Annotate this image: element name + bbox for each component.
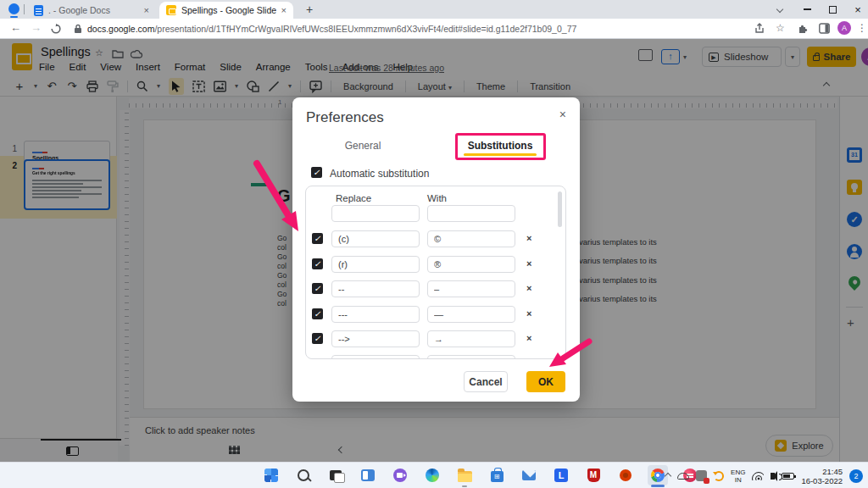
slides-app: Spellings ☆ File Edit View Insert Format… (0, 39, 868, 462)
new-substitution-row (306, 205, 565, 227)
substitution-row: ✓ × (306, 280, 565, 302)
browser-profile-icon[interactable] (8, 3, 19, 14)
column-header-with: With (427, 193, 447, 203)
share-page-icon[interactable] (754, 23, 765, 34)
browser-tab-docs[interactable]: . - Google Docs × (27, 2, 156, 19)
with-input[interactable] (427, 330, 515, 347)
mcafee-icon[interactable]: M (583, 465, 604, 485)
clock[interactable]: 21:4516-03-2022 (801, 467, 843, 485)
tab-close-icon[interactable]: × (144, 5, 149, 15)
with-input[interactable] (427, 280, 515, 297)
forward-icon[interactable]: → (31, 21, 42, 34)
remove-row-icon[interactable]: × (526, 258, 531, 269)
dialog-title: Preferences (306, 109, 384, 126)
row-checkbox[interactable]: ✓ (312, 333, 323, 344)
remove-row-icon[interactable]: × (526, 308, 531, 319)
sync-icon[interactable] (714, 471, 724, 481)
replace-input[interactable] (331, 256, 420, 273)
tab-title: . - Google Docs (48, 5, 139, 15)
url-domain: docs.google.com (87, 24, 154, 34)
language-indicator[interactable]: ENGIN (731, 469, 745, 484)
battery-icon[interactable] (782, 473, 794, 480)
tray-date: 16-03-2022 (801, 476, 843, 485)
search-icon[interactable] (293, 465, 314, 485)
remove-row-icon[interactable]: × (526, 233, 531, 243)
ok-button[interactable]: OK (526, 371, 565, 392)
remove-row-icon[interactable]: × (526, 283, 531, 293)
with-input[interactable] (427, 355, 515, 359)
notification-count-badge[interactable]: 2 (849, 469, 863, 483)
onedrive-icon[interactable] (677, 473, 689, 480)
new-with-input[interactable] (427, 205, 515, 222)
screen: . - Google Docs × Spellings - Google Sli… (0, 0, 868, 488)
tab-separator (24, 4, 25, 14)
task-view-icon[interactable] (326, 465, 346, 485)
automatic-substitution-checkbox[interactable]: ✓ (311, 167, 322, 178)
with-input[interactable] (427, 256, 515, 273)
url-path: /presentation/d/1TfHYmCrWgvaIRlVefUWcs8I… (154, 24, 576, 34)
start-button[interactable] (261, 465, 281, 485)
annotation-highlight-box (455, 133, 546, 160)
cancel-button[interactable]: Cancel (464, 371, 508, 392)
window-minimize-button[interactable] (794, 0, 820, 19)
lock-icon (74, 24, 82, 34)
tray-time: 21:45 (822, 467, 843, 476)
google-docs-icon (34, 5, 43, 16)
system-tray: ENGIN 21:4516-03-2022 2 (665, 464, 863, 487)
tab-title: Spellings - Google Slides (181, 5, 276, 15)
file-explorer-icon[interactable] (454, 465, 475, 485)
replace-input[interactable] (331, 355, 420, 359)
replace-input[interactable] (331, 280, 420, 297)
replace-input[interactable] (331, 230, 420, 247)
notification-app-icon[interactable] (696, 470, 707, 481)
tray-overflow-icon[interactable] (665, 472, 671, 479)
automatic-substitution-label: Automatic substitution (330, 168, 429, 180)
window-menu-button[interactable] (767, 0, 793, 19)
window-maximize-button[interactable] (820, 0, 845, 19)
substitution-row: ✓ × (306, 230, 565, 252)
extensions-icon[interactable] (798, 23, 809, 34)
office-icon[interactable] (615, 465, 636, 485)
new-replace-input[interactable] (331, 205, 420, 222)
window-close-button[interactable]: × (845, 0, 868, 19)
google-slides-icon (166, 5, 176, 15)
profile-active-indicator (10, 16, 18, 18)
row-checkbox[interactable]: ✓ (312, 308, 323, 319)
dialog-close-icon[interactable]: × (559, 108, 566, 121)
reload-icon[interactable] (51, 24, 61, 34)
row-checkbox[interactable]: ✓ (312, 283, 323, 294)
substitution-row: ✓ × (306, 306, 565, 328)
with-input[interactable] (427, 306, 515, 323)
l-app-icon[interactable]: L (551, 465, 571, 485)
back-icon[interactable]: ← (10, 21, 21, 34)
column-header-replace: Replace (336, 193, 371, 203)
url-text[interactable]: docs.google.com/presentation/d/1TfHYmCrW… (87, 24, 740, 34)
side-panel-icon[interactable] (819, 23, 830, 34)
browser-menu-icon[interactable]: ⋮ (857, 22, 867, 34)
remove-row-icon[interactable]: × (526, 333, 531, 343)
new-tab-button[interactable]: + (302, 3, 317, 18)
windows-taskbar: ⊞ L M ENGIN 21:4516-03-2022 2 (0, 462, 868, 488)
browser-tab-slides[interactable]: Spellings - Google Slides × (159, 2, 293, 19)
volume-icon[interactable] (771, 473, 775, 480)
with-input[interactable] (427, 230, 515, 247)
microsoft-store-icon[interactable]: ⊞ (487, 465, 507, 485)
substitution-row-partial (306, 355, 565, 359)
tab-close-icon[interactable]: × (281, 5, 287, 15)
substitution-row: ✓ × (306, 330, 565, 352)
substitution-row: ✓ × (306, 256, 565, 278)
replace-input[interactable] (331, 306, 420, 323)
browser-urlbar: ← → docs.google.com/presentation/d/1TfHY… (0, 19, 868, 39)
row-checkbox[interactable]: ✓ (312, 233, 323, 244)
wifi-icon[interactable] (752, 472, 764, 480)
replace-input[interactable] (331, 330, 420, 347)
browser-avatar[interactable]: A (837, 21, 851, 35)
row-checkbox[interactable]: ✓ (312, 258, 323, 269)
tab-general[interactable]: General (316, 140, 409, 152)
mail-icon[interactable] (519, 465, 539, 485)
edge-icon[interactable] (422, 465, 442, 485)
taskbar-apps: ⊞ L M (261, 465, 700, 485)
widgets-icon[interactable] (358, 465, 378, 485)
bookmark-star-icon[interactable]: ☆ (776, 22, 785, 34)
chat-icon[interactable] (390, 465, 410, 485)
